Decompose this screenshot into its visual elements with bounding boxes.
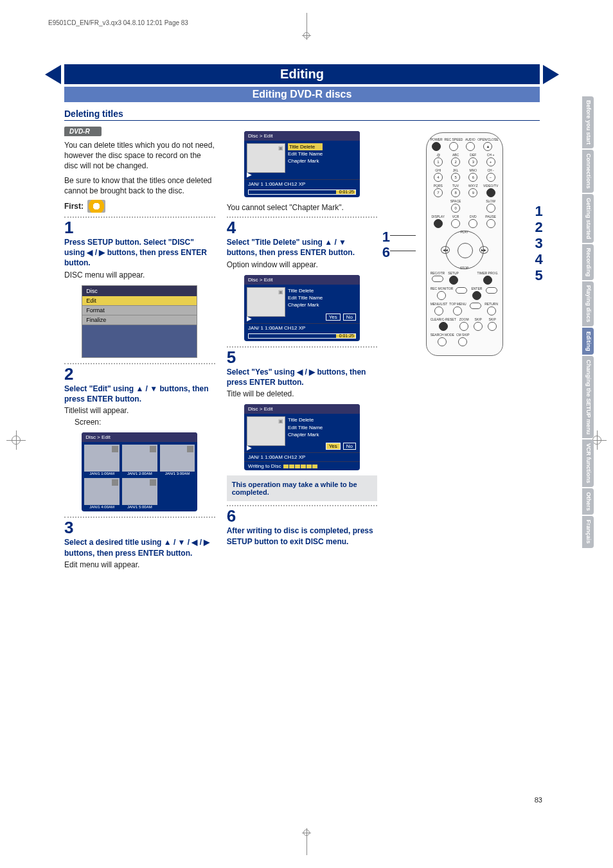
- tab-before-you-start[interactable]: Before you start: [582, 96, 594, 148]
- edit-item-edit-title-name: Edit Title Name: [288, 424, 323, 431]
- step-3-note: You cannot select "Chapter Mark".: [227, 202, 378, 213]
- registration-mark-top: [302, 31, 311, 40]
- step-5-instruction: Select "Yes" using ◀ / ▶ buttons, then p…: [227, 367, 378, 387]
- edit-item-title-delete: Title Delete: [288, 287, 323, 294]
- disc-menu-finalize: Finalize: [82, 315, 197, 325]
- tab-vcr-functions[interactable]: VCR functions: [582, 439, 594, 487]
- titlelist-cell-label: JAN/1 4:00AM: [84, 505, 120, 509]
- titlelist-cell-label: JAN/1 2:00AM: [122, 472, 157, 475]
- no-option: No: [343, 443, 356, 450]
- tab-connections[interactable]: Connections: [582, 150, 594, 193]
- remote-lbl-recotr: REC/OTR: [431, 272, 445, 275]
- remote-btn-1: 1: [434, 157, 443, 166]
- titlelist-cell-label: JAN/1 3:00AM: [160, 472, 195, 475]
- remote-btn-7: 7: [434, 188, 443, 197]
- step-number-6: 6: [227, 508, 378, 524]
- titlelist-cell-label: JAN/1 1:00AM: [84, 472, 120, 475]
- screen-footer: JAN/ 1 1:00AM CH12 XP: [248, 181, 305, 187]
- edit-item-edit-title-name: Edit Title Name: [288, 294, 323, 301]
- remote-lbl-vcr: VCR: [452, 215, 459, 218]
- disc-menu-screen: Disc Edit Format Finalize: [82, 285, 197, 358]
- page-number: 83: [535, 796, 542, 804]
- confirm-screen: Disc > Edit ▣ Title Delete Edit Title Na…: [244, 275, 360, 341]
- remote-btn-6: 6: [468, 173, 477, 182]
- screen-footer: JAN/ 1 1:00AM CH12 XP: [248, 454, 305, 460]
- writing-progress-blocks: [283, 465, 317, 468]
- edit-item-chapter-mark: Chapter Mark: [288, 301, 323, 308]
- step-separator: [64, 217, 215, 218]
- step-2-body: Titlelist will appear.: [64, 405, 215, 416]
- screen-breadcrumb: Disc > Edit: [244, 131, 360, 141]
- remote-lbl-skipfwd: SKIP: [488, 318, 495, 321]
- remote-lbl: ABC: [452, 154, 459, 157]
- callout-line: [390, 235, 416, 236]
- step-separator: [227, 505, 378, 506]
- callout-line: [390, 251, 416, 251]
- subsection-title: Editing DVD-R discs: [64, 87, 540, 102]
- side-tabs: Before you start Connections Getting sta…: [582, 96, 594, 548]
- edit-item-edit-title-name: Edit Title Name: [288, 150, 323, 157]
- remote-lbl-chdn: CH -: [487, 169, 493, 172]
- remote-btn-2: 2: [451, 157, 460, 166]
- callout-right-4: 4: [535, 251, 542, 268]
- remote-lbl: TUV: [452, 184, 459, 188]
- screen-breadcrumb: Disc > Edit: [244, 404, 360, 414]
- intro-text-2: Be sure to know that the titles once del…: [64, 175, 215, 196]
- remote-btn-audio: AUDIO: [465, 138, 475, 141]
- remote-diagram: 1 6 1 2 3 4 5 POWER REC SPEED AUDIO OPEN…: [400, 132, 529, 356]
- remote-lbl-zoom: ZOOM: [459, 318, 469, 321]
- first-label: First:: [64, 202, 84, 211]
- tab-playing-discs[interactable]: Playing discs: [582, 281, 594, 326]
- step-2-instruction: Select "Edit" using ▲ / ▼ buttons, then …: [64, 384, 215, 404]
- titlelist-cell-label: JAN/1 5:00AM: [122, 505, 157, 509]
- tab-getting-started[interactable]: Getting started: [582, 194, 594, 243]
- step-6-instruction: After writing to disc is completed, pres…: [227, 526, 378, 546]
- step-number-2: 2: [64, 366, 215, 382]
- remote-ring-play: PLAY: [460, 230, 468, 234]
- remote-btn-4: 4: [434, 173, 443, 182]
- callout-right-1: 1: [535, 203, 542, 220]
- remote-lbl-timerprog: TIMER PROG.: [477, 272, 499, 275]
- remote-lbl-slow: SLOW: [486, 200, 495, 203]
- remote-lbl-enter: ENTER: [471, 287, 482, 290]
- screen-breadcrumb: Disc > Edit: [82, 432, 197, 442]
- step-number-3: 3: [64, 519, 215, 536]
- screen-footer: JAN/ 1 1:00AM CH12 XP: [248, 325, 305, 331]
- step-separator: [227, 346, 378, 348]
- remote-lbl-videotv: VIDEO/TV: [483, 184, 498, 188]
- step-2-body2: Screen:: [64, 417, 215, 427]
- play-icon: ▶: [247, 315, 252, 322]
- remote-ring-rew: ◀◀: [441, 246, 450, 254]
- tab-francais[interactable]: Français: [582, 516, 594, 547]
- tab-editing[interactable]: Editing: [582, 328, 594, 355]
- step-5-body: Title will be deleted.: [227, 389, 378, 399]
- remote-btn-left: [456, 287, 467, 294]
- step-separator: [227, 217, 378, 218]
- titlelist-screen: Disc > Edit JAN/1 1:00AM JAN/1 2:00AM JA…: [82, 432, 197, 511]
- remote-btn-right: [486, 287, 497, 294]
- remote-lbl: DEF: [470, 154, 476, 157]
- edit-item-chapter-mark: Chapter Mark: [288, 431, 323, 438]
- step-separator: [64, 363, 215, 364]
- tab-others[interactable]: Others: [582, 488, 594, 515]
- remote-btn-power: POWER: [431, 138, 443, 141]
- crop-mark: [306, 836, 307, 855]
- remote-lbl: MNO: [469, 169, 477, 172]
- title-thumbnail: ▣: [247, 143, 285, 173]
- remote-btn-3: 3: [468, 157, 477, 166]
- tab-changing-setup[interactable]: Changing the SETUP menu: [582, 356, 594, 438]
- edit-item-title-delete: Title Delete: [288, 143, 323, 150]
- title-thumbnail: ▣: [247, 287, 285, 317]
- disc-type-badge: DVD-R: [64, 127, 102, 136]
- tab-recording[interactable]: Recording: [582, 244, 594, 281]
- disc-menu-edit: Edit: [82, 296, 197, 306]
- remote-ring-fwd: ▶▶: [479, 246, 488, 254]
- step-separator: [64, 517, 215, 518]
- remote-btn-0: 0: [451, 204, 460, 213]
- step-number-5: 5: [227, 349, 378, 366]
- elapsed-time: 0:01:25: [339, 190, 354, 194]
- step-3-instruction: Select a desired title using ▲ / ▼ / ◀ /…: [64, 537, 215, 558]
- progress-bar: 0:01:25: [248, 333, 356, 339]
- remote-lbl-dvd: DVD: [470, 215, 477, 218]
- step-4-body: Option window will appear.: [227, 260, 378, 270]
